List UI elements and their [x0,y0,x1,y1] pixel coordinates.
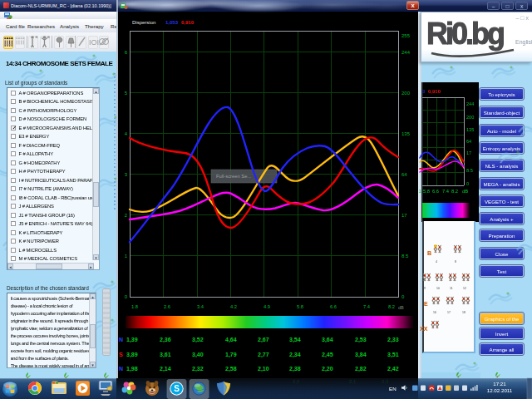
svg-text:Dispersion: Dispersion [132,20,155,25]
svg-text:0: 0 [401,294,405,299]
svg-text:8.2: 8.2 [451,189,458,194]
svg-text:EN: EN [389,386,397,392]
svg-text:135: 135 [466,127,474,132]
svg-text:2,10: 2,10 [258,366,269,372]
svg-text:4.2: 4.2 [230,304,237,309]
svg-text:64: 64 [466,139,471,144]
svg-text:9: 9 [424,287,426,290]
svg-text:6.6: 6.6 [330,304,337,309]
svg-text:2,20: 2,20 [322,366,333,372]
svg-text:255: 255 [401,33,411,38]
svg-text:2,5: 2,5 [293,379,300,384]
svg-text:E: E [424,301,428,307]
svg-text:1,79: 1,79 [225,352,237,358]
svg-text:244: 244 [401,50,411,55]
svg-text:2,58: 2,58 [225,366,237,372]
svg-text:18: 18 [462,311,466,314]
svg-text:2,34: 2,34 [289,352,301,358]
svg-text:200: 200 [401,91,411,96]
svg-text:64: 64 [401,172,407,177]
svg-text:3,61: 3,61 [160,352,171,358]
svg-text:3,54: 3,54 [289,337,301,343]
svg-text:16: 16 [433,311,436,314]
svg-text:3,89: 3,89 [126,352,138,358]
svg-text:12: 12 [463,287,466,290]
svg-text:5.8: 5.8 [423,189,430,194]
svg-text:3.4: 3.4 [197,304,204,309]
svg-text:10: 10 [436,287,440,290]
svg-text:1,053: 1,053 [165,20,179,25]
svg-text:7.4: 7.4 [442,189,450,194]
svg-text:B: B [427,250,431,256]
svg-text:5.8: 5.8 [297,304,303,309]
svg-text:4.9: 4.9 [264,304,270,309]
svg-text:S: S [119,352,123,357]
svg-text:0: 0 [466,181,469,186]
svg-text:8.2: 8.2 [388,304,395,309]
svg-text:8: 8 [455,260,456,264]
svg-text:1,39: 1,39 [126,337,138,343]
svg-text:6.6: 6.6 [432,189,439,194]
svg-text:1: 1 [419,189,421,194]
svg-text:2,32: 2,32 [192,366,204,372]
svg-text:1.8: 1.8 [131,304,138,309]
svg-text:2,1: 2,1 [349,379,357,384]
svg-text:4,64: 4,64 [225,337,237,343]
svg-text:2.6: 2.6 [164,304,170,309]
svg-text:3,51: 3,51 [387,352,399,358]
svg-text:244: 244 [466,101,474,106]
svg-text:4: 4 [436,260,437,264]
svg-text:2,14: 2,14 [160,366,171,372]
svg-text:17: 17 [447,311,451,314]
svg-text:2,42: 2,42 [387,366,399,372]
svg-text:XX: XX [420,326,428,332]
svg-text:2,3: 2,3 [382,379,389,384]
svg-text:2,53: 2,53 [355,337,367,343]
svg-text:0,910: 0,910 [428,89,441,94]
svg-text:5: 5 [125,91,128,96]
svg-text:17: 17 [401,213,407,218]
svg-text:N: N [119,337,123,342]
svg-text:17: 17 [466,150,471,155]
svg-text:0: 0 [125,294,128,299]
svg-text:2,82: 2,82 [355,366,367,372]
svg-text:3,64: 3,64 [322,337,333,343]
svg-text:4: 4 [125,131,128,136]
svg-text:2,36: 2,36 [160,337,171,343]
svg-text:3,84: 3,84 [355,352,367,358]
svg-text:2,77: 2,77 [258,352,269,358]
svg-text:dB: dB [462,189,468,194]
svg-text:8.5: 8.5 [401,254,409,259]
svg-text:1,98: 1,98 [126,366,138,372]
svg-text:6: 6 [125,50,128,55]
svg-text:2,67: 2,67 [258,337,269,343]
svg-text:0,910: 0,910 [181,20,195,25]
svg-text:11: 11 [450,287,453,290]
svg-text:2,38: 2,38 [289,366,301,372]
svg-text:2,45: 2,45 [322,352,333,358]
svg-text:S: S [174,384,180,393]
svg-text:2,33: 2,33 [387,337,399,343]
svg-text:3: 3 [125,172,128,177]
svg-text:Full-screen Se...: Full-screen Se... [216,174,252,179]
svg-text:3: 3 [422,89,426,94]
svg-text:1: 1 [125,254,128,259]
svg-text:dB: dB [398,305,404,310]
svg-text:200: 200 [466,115,474,120]
svg-text:135: 135 [401,131,411,136]
svg-text:3,52: 3,52 [192,337,204,343]
svg-text:2: 2 [125,213,128,218]
svg-text:8.5: 8.5 [466,168,473,173]
svg-text:N: N [119,366,123,372]
svg-text:7.4: 7.4 [363,304,371,309]
svg-text:3,40: 3,40 [192,352,204,358]
svg-text:IOI: IOI [89,38,99,47]
